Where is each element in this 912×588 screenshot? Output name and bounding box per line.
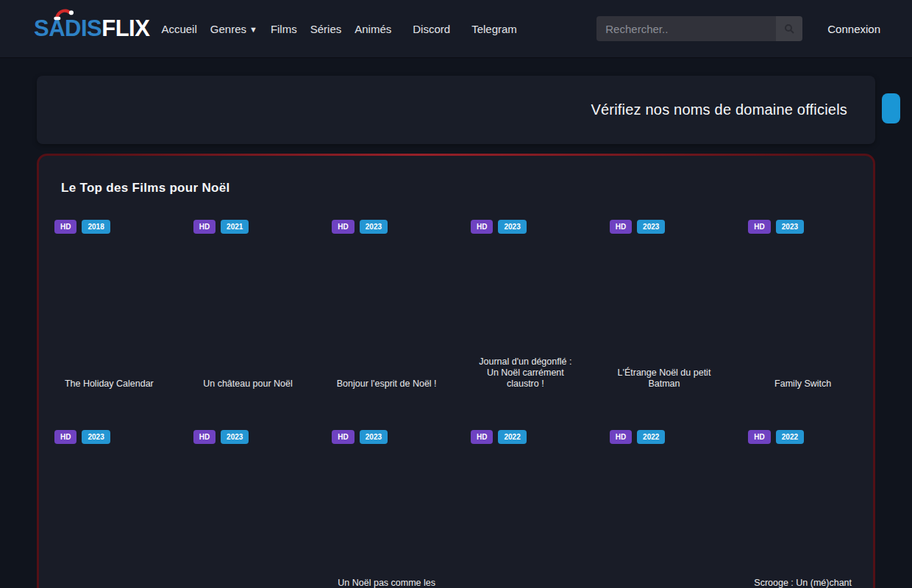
badges: HD 2018	[54, 220, 110, 234]
movie-poster: HD 2023	[467, 218, 584, 356]
movie-card[interactable]: HD 2023 Family Switch	[744, 218, 861, 390]
connexion-link[interactable]: Connexion	[827, 23, 880, 35]
year-badge: 2022	[637, 430, 665, 444]
year-badge: 2018	[82, 220, 110, 234]
movie-card[interactable]: HD 2023 Journal d'un dégonflé : Un Noël …	[467, 218, 584, 390]
movie-card[interactable]: HD 2022	[467, 428, 584, 588]
year-badge: 2023	[360, 430, 388, 444]
quality-badge: HD	[610, 430, 632, 444]
movie-card[interactable]: HD 2022 Scrooge : Un (mé)chant de Noël	[744, 428, 861, 588]
search-button[interactable]	[776, 16, 802, 41]
nav-item-genres[interactable]: Genres▼	[210, 23, 257, 35]
movie-poster: HD 2022	[606, 428, 723, 567]
santa-hat-icon	[52, 7, 74, 22]
quality-badge: HD	[610, 220, 632, 234]
movie-grid: HD 2018 The Holiday Calendar HD 2021 Un …	[51, 218, 861, 588]
year-badge: 2023	[360, 220, 388, 234]
quality-badge: HD	[471, 430, 493, 444]
movie-card[interactable]: HD 2023	[190, 428, 307, 588]
nav-item-telegram[interactable]: Telegram	[471, 23, 517, 35]
year-badge: 2023	[637, 220, 665, 234]
movie-poster: HD 2023	[328, 218, 445, 356]
badges: HD 2023	[748, 220, 804, 234]
year-badge: 2023	[498, 220, 526, 234]
movie-card[interactable]: HD 2023 L'Étrange Noël du petit Batman	[606, 218, 723, 390]
badges: HD 2023	[471, 220, 527, 234]
badges: HD 2023	[610, 220, 666, 234]
badges: HD 2022	[471, 430, 527, 444]
quality-badge: HD	[193, 220, 215, 234]
badges: HD 2022	[748, 430, 804, 444]
quality-badge: HD	[332, 220, 354, 234]
badges: HD 2022	[610, 430, 666, 444]
movie-title: Un château pour Noël	[203, 379, 293, 390]
chevron-down-icon: ▼	[249, 25, 257, 34]
year-badge: 2023	[221, 430, 249, 444]
quality-badge: HD	[748, 430, 770, 444]
movie-poster: HD 2023	[744, 218, 861, 356]
top-films-section: Le Top des Films pour Noël HD 2018 The H…	[37, 154, 875, 588]
nav-item-discord[interactable]: Discord	[413, 23, 450, 35]
domain-notice-banner: Vérifiez nos noms de domaine officiels	[37, 76, 875, 144]
movie-card[interactable]: HD 2023 Bonjour l'esprit de Noël !	[328, 218, 445, 390]
year-badge: 2022	[498, 430, 526, 444]
search-input[interactable]	[596, 16, 776, 41]
quality-badge: HD	[193, 430, 215, 444]
movie-card[interactable]: HD 2022	[606, 428, 723, 588]
nav-item-accueil[interactable]: Accueil	[161, 23, 196, 35]
movie-poster: HD 2021	[190, 218, 307, 356]
movie-poster: HD 2023	[51, 428, 168, 567]
movie-card[interactable]: HD 2023 Un Noël pas comme les autres	[328, 428, 445, 588]
badges: HD 2023	[332, 430, 388, 444]
quality-badge: HD	[471, 220, 493, 234]
movie-title: L'Étrange Noël du petit Batman	[618, 368, 711, 390]
movie-title: Un Noël pas comme les autres	[338, 578, 435, 588]
quality-badge: HD	[54, 220, 76, 234]
nav-item-series[interactable]: Séries	[310, 23, 342, 35]
movie-card[interactable]: HD 2018 The Holiday Calendar	[51, 218, 168, 390]
movie-poster: HD 2022	[744, 428, 861, 567]
year-badge: 2023	[82, 430, 110, 444]
badges: HD 2021	[193, 220, 249, 234]
badges: HD 2023	[193, 430, 249, 444]
logo-text-secondary: FLIX	[101, 15, 149, 41]
movie-title: The Holiday Calendar	[65, 379, 154, 390]
nav-item-animes[interactable]: Animés	[355, 23, 391, 35]
badges: HD 2023	[54, 430, 110, 444]
domain-notice-text: Vérifiez nos noms de domaine officiels	[591, 101, 847, 118]
nav-item-films[interactable]: Films	[271, 23, 297, 35]
side-widget-button[interactable]	[882, 93, 900, 123]
movie-poster: HD 2023	[606, 218, 723, 356]
year-badge: 2023	[776, 220, 804, 234]
search-form	[596, 16, 802, 41]
movie-poster: HD 2023	[190, 428, 307, 567]
magnifier-icon	[784, 24, 794, 34]
quality-badge: HD	[54, 430, 76, 444]
main-nav: Accueil Genres▼ Films Séries Animés Disc…	[161, 23, 516, 35]
navbar-right: Connexion	[596, 16, 880, 41]
movie-poster: HD 2022	[467, 428, 584, 567]
year-badge: 2022	[776, 430, 804, 444]
movie-title: Journal d'un dégonflé : Un Noël carrémen…	[479, 356, 571, 390]
movie-poster: HD 2018	[51, 218, 168, 356]
quality-badge: HD	[332, 430, 354, 444]
movie-card[interactable]: HD 2023	[51, 428, 168, 588]
movie-card[interactable]: HD 2021 Un château pour Noël	[190, 218, 307, 390]
movie-title: Scrooge : Un (mé)chant de Noël	[754, 578, 852, 588]
year-badge: 2021	[221, 220, 249, 234]
movie-title: Bonjour l'esprit de Noël !	[337, 379, 437, 390]
navbar: SADISFLIX Accueil Genres▼ Films Séries A…	[0, 0, 912, 57]
movie-title: Family Switch	[774, 379, 831, 390]
section-title: Le Top des Films pour Noël	[61, 181, 861, 196]
movie-poster: HD 2023	[328, 428, 445, 567]
site-logo[interactable]: SADISFLIX	[34, 15, 149, 42]
badges: HD 2023	[332, 220, 388, 234]
quality-badge: HD	[748, 220, 770, 234]
